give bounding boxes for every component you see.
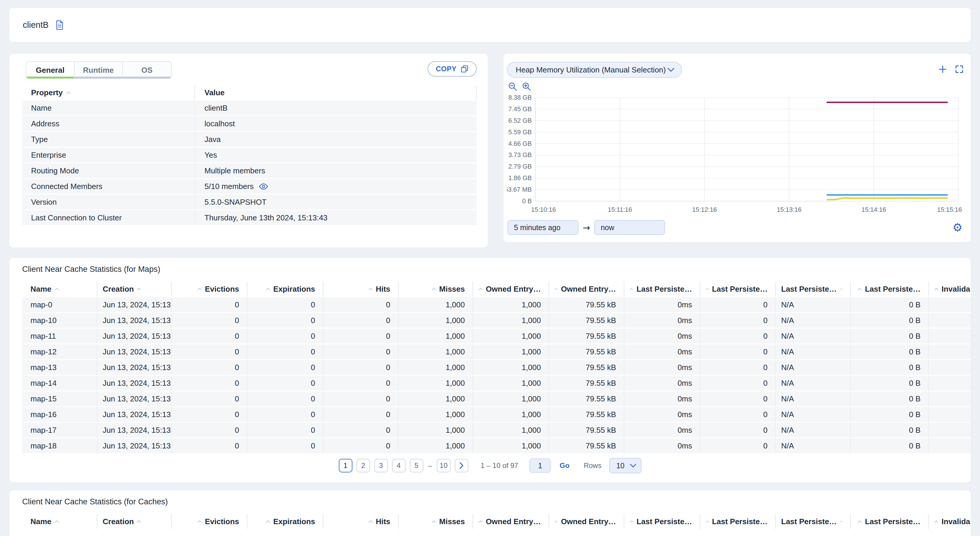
column-header-3[interactable]: Expirations (247, 514, 323, 529)
column-header-7[interactable]: Owned Entry… (549, 514, 624, 529)
column-header-6[interactable]: Owned Entry… (473, 514, 549, 529)
column-header-4[interactable]: Hits (323, 282, 399, 296)
page-button-1[interactable]: 1 (339, 459, 352, 472)
column-header-10[interactable]: Last Persiste… (776, 282, 851, 296)
sort-icon (858, 520, 862, 523)
table-row[interactable]: map-16Jun 13, 2024, 15:13:450001,0001,00… (22, 407, 971, 422)
column-header-12[interactable]: Invalida (929, 514, 971, 529)
copy-button[interactable]: COPY (428, 61, 477, 76)
tab-runtime[interactable]: Runtime (75, 62, 123, 78)
table-row[interactable]: map-11Jun 13, 2024, 15:13:440001,0001,00… (22, 329, 971, 344)
heap-memory-chart[interactable]: 0 B953.67 MB1.86 GB2.79 GB3.73 GB4.66 GB… (507, 91, 965, 216)
zoom-out-button[interactable] (508, 82, 517, 91)
time-from-input[interactable] (508, 220, 579, 235)
column-header-1[interactable]: Creation (97, 282, 172, 296)
eye-icon[interactable] (259, 183, 268, 189)
column-header-7[interactable]: Owned Entry… (549, 282, 624, 296)
table-row[interactable]: map-10Jun 13, 2024, 15:13:440001,0001,00… (22, 313, 971, 328)
table-cell (929, 344, 971, 359)
page-number-input[interactable] (529, 458, 550, 473)
table-cell: 0 (700, 438, 776, 453)
table-cell: map-0 (22, 297, 97, 312)
column-header-4[interactable]: Hits (323, 514, 399, 529)
table-cell: 0ms (624, 329, 700, 344)
column-header-9[interactable]: Last Persiste… (700, 282, 776, 296)
table-cell: Jun 13, 2024, 15:13:45 (97, 407, 172, 422)
table-cell: map-13 (22, 360, 97, 375)
column-header-2[interactable]: Evictions (172, 282, 247, 296)
column-header-11[interactable]: Last Persiste… (851, 282, 929, 296)
gear-icon[interactable]: ⚙ (953, 222, 963, 233)
table-cell: 0 B (851, 438, 929, 453)
table-cell: 1,000 (473, 297, 549, 312)
svg-text:6.52 GB: 6.52 GB (508, 117, 532, 124)
column-header-5[interactable]: Misses (399, 514, 473, 529)
sort-icon (858, 288, 862, 291)
time-range-row: → ⚙ (507, 220, 967, 235)
sort-icon (266, 520, 270, 523)
column-header-1[interactable]: Creation (97, 514, 172, 529)
column-header-9[interactable]: Last Persiste… (700, 514, 776, 529)
column-header-10[interactable]: Last Persiste… (776, 514, 851, 529)
next-page-button[interactable] (455, 459, 468, 472)
zoom-in-button[interactable] (522, 82, 531, 91)
chart-card: Heap Memory Utilization (Manual Selectio… (503, 53, 971, 243)
tab-os[interactable]: OS (123, 62, 171, 78)
page-button-10[interactable]: 10 (437, 459, 451, 472)
time-to-input[interactable] (594, 220, 665, 235)
table-row[interactable]: map-18Jun 13, 2024, 15:13:450001,0001,00… (22, 438, 971, 453)
column-header-2[interactable]: Evictions (172, 514, 247, 529)
svg-text:15:10:16: 15:10:16 (531, 206, 556, 213)
property-column-header[interactable]: Property (22, 86, 195, 100)
value-cell: Thursday, June 13th 2024, 15:13:43 (195, 210, 477, 225)
column-header-5[interactable]: Misses (399, 282, 473, 296)
table-row[interactable]: map-13Jun 13, 2024, 15:13:450001,0001,00… (22, 360, 971, 375)
rows-per-page-select[interactable]: 10 (609, 458, 641, 473)
table-row[interactable]: map-14Jun 13, 2024, 15:13:450001,0001,00… (22, 376, 971, 390)
chart-card-header: Heap Memory Utilization (Manual Selectio… (507, 62, 967, 78)
table-cell: 79.55 kB (549, 376, 624, 390)
table-cell (929, 329, 971, 344)
maps-section-title: Client Near Cache Statistics (for Maps) (22, 265, 971, 274)
sort-icon (266, 288, 270, 291)
table-row[interactable]: map-12Jun 13, 2024, 15:13:450001,0001,00… (22, 344, 971, 359)
table-cell: 0 B (851, 423, 929, 437)
table-cell: N/A (776, 407, 851, 422)
svg-text:4.66 GB: 4.66 GB (508, 140, 532, 147)
table-cell: 0 (700, 376, 776, 390)
table-row[interactable]: map-17Jun 13, 2024, 15:13:450001,0001,00… (22, 423, 971, 437)
add-chart-button[interactable] (938, 65, 947, 74)
page-button-2[interactable]: 2 (356, 459, 370, 472)
table-cell: 0ms (624, 297, 700, 312)
column-header-12[interactable]: Invalida (929, 282, 971, 296)
near-cache-caches-card: Client Near Cache Statistics (for Caches… (9, 490, 971, 536)
column-header-8[interactable]: Last Persiste… (624, 514, 700, 529)
zoom-in-icon (522, 82, 531, 91)
column-header-0[interactable]: Name (22, 282, 97, 296)
sort-icon (840, 288, 842, 291)
table-row[interactable]: map-0Jun 13, 2024, 15:13:430001,0001,000… (22, 297, 971, 312)
sort-icon (197, 520, 202, 523)
svg-text:15:14:16: 15:14:16 (861, 206, 886, 213)
page-button-4[interactable]: 4 (392, 459, 406, 472)
metric-selector[interactable]: Heap Memory Utilization (Manual Selectio… (507, 62, 682, 78)
sort-icon (630, 520, 633, 523)
table-cell: 79.55 kB (549, 407, 624, 422)
page-button-5[interactable]: 5 (410, 459, 423, 472)
table-cell: 0 (247, 297, 323, 312)
column-header-8[interactable]: Last Persiste… (624, 282, 700, 296)
go-button[interactable]: Go (560, 461, 569, 470)
table-cell: 1,000 (399, 407, 473, 422)
table-cell: Jun 13, 2024, 15:13:43 (97, 297, 172, 312)
page-button-3[interactable]: 3 (374, 459, 388, 472)
document-icon[interactable] (56, 21, 64, 30)
column-header-6[interactable]: Owned Entry… (473, 282, 549, 296)
table-cell: 0 (700, 297, 776, 312)
column-header-3[interactable]: Expirations (247, 282, 323, 296)
fullscreen-button[interactable] (955, 65, 964, 74)
column-header-11[interactable]: Last Persiste… (851, 514, 929, 529)
table-cell: 0 B (851, 329, 929, 344)
column-header-0[interactable]: Name (22, 514, 97, 529)
table-row[interactable]: map-15Jun 13, 2024, 15:13:450001,0001,00… (22, 391, 971, 406)
tab-general[interactable]: General (26, 62, 75, 78)
